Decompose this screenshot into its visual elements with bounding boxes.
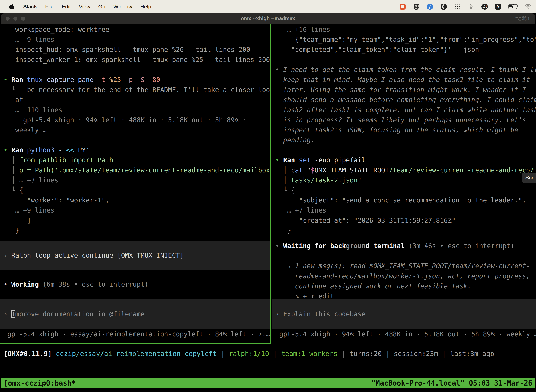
terminal-line: ↳ 1 new msg(s): read $OMX_TEAM_STATE_ROO… [272,261,536,271]
terminal-line: continue assigned work or next feasible … [272,281,536,291]
right-session-status: gpt-5.4 xhigh · 94% left · 488K in · 5.1… [272,329,536,339]
terminal-line: readme-and-reco/mailbox/worker-1.json, a… [272,271,536,281]
hook-icon[interactable] [468,3,474,10]
apple-menu-icon[interactable] [9,4,14,10]
terminal-line: │ p = Path('.omx/state/team/review-curre… [0,165,270,175]
right-scrollback: … +16 lines '{"team_name":"my-team","tas… [272,25,536,236]
terminal-line: '{"team_name":"my-team","task_id":"1","f… [272,35,536,45]
terminal-line: … +7 lines [272,205,536,215]
keyboard-layout-icon[interactable]: A [495,4,501,10]
menu-status-icons: ..61 A [399,3,536,10]
terminal-line: │ tasks/task-2.json" [272,175,536,185]
terminal-line: • Waiting for background terminal (3m 46… [272,241,536,251]
moon-icon[interactable] [440,3,447,10]
terminal-line: • Ran set -euo pipefail [272,155,536,165]
terminal-line: "completed","claim_token":"claim-token"}… [272,45,536,55]
terminal-line [272,251,536,261]
tmux-status-bar[interactable]: [omx-cczip0:bash* "MacBook-Pro-44.local"… [1,378,535,388]
terminal-line: └ be necessary for the end of the README… [0,85,270,95]
battery-charging-icon[interactable] [508,3,518,10]
terminal-line: gpt-5.4 xhigh · essay/ai-reimplementatio… [0,329,270,339]
terminal-line: [OMX#0.11.9] cczip/essay/ai-reimplementa… [0,349,536,359]
terminal-line: later. Using the same for transition mig… [272,85,536,95]
terminal-line: at [0,95,270,105]
terminal-line: pending. [272,135,536,145]
terminal-line [272,55,536,65]
terminal-line: weekly … [0,125,270,135]
terminal-line: "subject": "send a concise recommendatio… [272,195,536,205]
grid-dots-icon[interactable] [454,3,461,10]
ralph-loop-banner: › Ralph loop active continue [OMX_TMUX_I… [0,241,270,270]
window-shortcut-hint: ⌥⌘1 [515,15,531,22]
terminal-line: gpt-5.4 xhigh · 94% left · 488K in · 5.1… [0,115,270,125]
menu-item-go[interactable]: Go [98,4,105,9]
terminal-line: • I need to get the claim token from the… [272,65,536,75]
pane-divider[interactable] [270,23,271,344]
menu-item-edit[interactable]: Edit [62,4,71,9]
working-status: • Working (6m 38s • esc to interrupt) [0,280,270,289]
terminal-line: "worker": "worker-1", [0,195,270,205]
terminal-line: └ { [272,185,536,195]
menu-app-name[interactable]: Slack [23,4,37,10]
pane-left[interactable]: workspace_mode: worktree … +9 lines insp… [0,23,270,344]
left-prompt-input[interactable]: › Improve documentation in @filename [0,299,270,329]
pane-right[interactable]: … +16 lines '{"team_name":"my-team","tas… [272,23,536,344]
right-pane-border [272,344,536,344]
terminal-line: … +110 lines [0,105,270,115]
window-title-bar[interactable]: omx --xhigh --madmax ⌥⌘1 [1,13,535,23]
terminal-line: … +9 lines [0,205,270,215]
terminal-line: } [272,225,536,236]
terminal-line: … +9 lines [0,35,270,45]
window-title: omx --xhigh --madmax [1,16,535,21]
sync-bolt-icon[interactable] [427,3,433,10]
screen: Slack FileEditViewGoWindowHelp ..61 [0,0,536,392]
battery-percent-badge[interactable]: ..61 [482,4,488,10]
right-prompt-input[interactable]: › Explain this codebase [272,299,536,329]
tmux-host-clock: "MacBook-Pro-44.local" 05:03 31-Mar-26 [371,379,532,387]
terminal-line: should send a message before completing … [272,95,536,105]
terminal-line: gpt-5.4 xhigh · 94% left · 488K in · 5.1… [272,329,536,339]
terminal-line: workspace_mode: worktree [0,25,270,35]
shield-icon[interactable] [413,3,420,10]
menu-item-file[interactable]: File [45,4,53,9]
terminal-line: │ from pathlib import Path [0,155,270,165]
terminal-line: • Ran python3 - <<'PY' [0,145,270,155]
terminal-line: │ … +3 lines [0,175,270,185]
omx-status-line: [OMX#0.11.9] cczip/essay/ai-reimplementa… [0,349,536,359]
terminal-line: keep that in mind. Maybe I also need the… [272,75,536,85]
terminal-line: ] [0,215,270,225]
left-scrollback: workspace_mode: worktree … +9 lines insp… [0,25,270,236]
terminal-line: task2 after task1 is complete, but can I… [272,105,536,115]
terminal-line: } [0,225,270,236]
menu-item-view[interactable]: View [79,4,90,9]
waiting-status: • Waiting for background terminal (3m 46… [272,241,536,301]
wifi-icon[interactable] [525,3,531,10]
menu-item-help[interactable]: Help [140,4,151,9]
terminal-line: … +16 lines [272,25,536,35]
screen-share-popup[interactable]: Scre [522,173,536,183]
terminal-line: › Improve documentation in @filename [0,309,270,319]
terminal-line: › Explain this codebase [272,309,536,319]
terminal-line: • Working (6m 38s • esc to interrupt) [0,280,270,289]
terminal-line: inspect task2's JSON, focusing on the st… [272,125,536,135]
terminal-line: "created_at": "2026-03-31T11:59:27.816Z" [272,215,536,225]
terminal-line [272,145,536,155]
terminal-line: • Ran tmux capture-pane -t %25 -p -S -80 [0,75,270,85]
menu-item-window[interactable]: Window [113,4,132,9]
terminal-line: │ cat "$OMX_TEAM_STATE_ROOT/team/review-… [272,165,536,175]
terminal-line: inspect_worker-1: omx sparkshell --tmux-… [0,55,270,65]
terminal-line: is in progress? It seems likely but perh… [272,115,536,125]
terminal-line: inspect_hud: omx sparkshell --tmux-pane … [0,45,270,55]
terminal-line [0,135,270,145]
terminal-line [0,65,270,75]
left-session-status: gpt-5.4 xhigh · essay/ai-reimplementatio… [0,329,270,339]
slack-notification-icon[interactable] [399,3,406,10]
terminal-line: └ { [0,185,270,195]
left-pane-border [0,343,270,344]
menu-bar: Slack FileEditViewGoWindowHelp ..61 [0,0,536,13]
terminal-line: › Ralph loop active continue [OMX_TMUX_I… [0,250,270,261]
tmux-session-name: [omx-cczip0:bash* [4,379,76,387]
